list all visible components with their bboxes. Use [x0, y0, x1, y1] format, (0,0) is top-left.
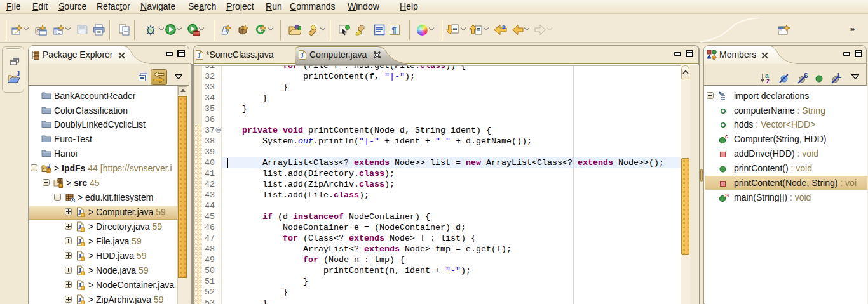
svg-text:¶: ¶	[392, 25, 397, 35]
svg-text:J: J	[198, 52, 201, 59]
svg-text:z: z	[766, 77, 770, 84]
svg-text:J: J	[48, 163, 51, 169]
svg-text:S: S	[804, 72, 808, 79]
svg-text:J: J	[301, 52, 304, 59]
svg-text:c: c	[725, 134, 728, 140]
svg-text:J: J	[17, 71, 20, 77]
svg-text:S: S	[725, 192, 729, 199]
svg-text:L: L	[837, 72, 841, 79]
